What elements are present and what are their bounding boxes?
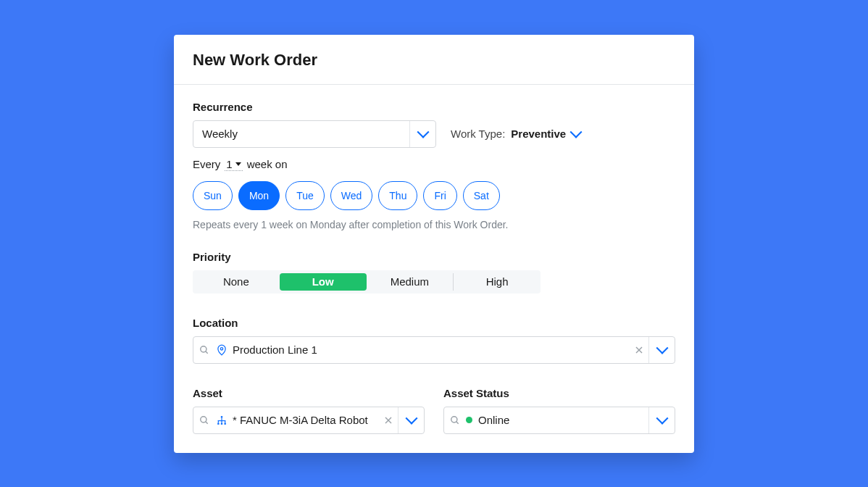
svg-line-1 <box>206 351 208 353</box>
day-mon[interactable]: Mon <box>238 181 280 210</box>
location-lookup[interactable]: Production Line 1 <box>193 336 675 364</box>
search-icon <box>193 345 215 355</box>
chevron-down-icon <box>570 125 583 138</box>
card-header: New Work Order <box>174 35 694 85</box>
svg-point-5 <box>201 416 206 422</box>
priority-medium[interactable]: Medium <box>367 273 454 291</box>
priority-none[interactable]: None <box>193 273 280 291</box>
svg-rect-10 <box>225 423 226 424</box>
asset-col: Asset * FANUC M-3iA Delta Robot <box>193 387 425 434</box>
day-thu[interactable]: Thu <box>378 181 417 210</box>
svg-rect-8 <box>217 423 219 424</box>
recurrence-dropdown-button[interactable] <box>409 121 435 147</box>
priority-high[interactable]: High <box>454 273 541 291</box>
asset-label: Asset <box>193 387 425 399</box>
every-prefix: Every <box>193 158 220 170</box>
location-label: Location <box>193 317 675 329</box>
every-count-value: 1 <box>226 158 232 170</box>
day-fri[interactable]: Fri <box>423 181 456 210</box>
page-title: New Work Order <box>193 51 675 70</box>
location-value: Production Line 1 <box>233 344 630 356</box>
chevron-down-icon <box>656 341 668 354</box>
card-body: Recurrence Weekly Work Type: Preventive … <box>174 85 694 453</box>
search-icon <box>444 415 466 425</box>
work-type-label: Work Type: <box>451 128 505 140</box>
recurrence-select[interactable]: Weekly <box>193 120 436 148</box>
asset-status-value: Online <box>478 414 648 426</box>
recurrence-value: Weekly <box>193 128 409 140</box>
asset-status-col: Asset Status Online <box>443 387 675 434</box>
work-type-value: Preventive <box>511 128 566 140</box>
chevron-down-icon <box>656 412 668 424</box>
every-suffix: week on <box>247 158 288 170</box>
clear-location-button[interactable] <box>630 346 648 354</box>
work-type-inline[interactable]: Work Type: Preventive <box>451 128 580 140</box>
location-pin-icon <box>215 344 228 356</box>
svg-rect-14 <box>221 420 222 423</box>
day-picker: SunMonTueWedThuFriSat <box>193 181 675 210</box>
svg-point-18 <box>451 416 457 422</box>
asset-lookup[interactable]: * FANUC M-3iA Delta Robot <box>193 407 425 434</box>
clear-asset-button[interactable] <box>379 416 398 425</box>
location-dropdown-button[interactable] <box>648 337 675 363</box>
svg-rect-13 <box>218 420 219 423</box>
day-wed[interactable]: Wed <box>330 181 373 210</box>
priority-low[interactable]: Low <box>280 273 367 291</box>
day-sun[interactable]: Sun <box>193 181 233 210</box>
search-icon <box>193 415 215 425</box>
svg-rect-7 <box>221 416 222 417</box>
asset-dropdown-button[interactable] <box>398 407 424 433</box>
asset-status-dropdown-button[interactable] <box>648 407 675 433</box>
day-sat[interactable]: Sat <box>463 181 500 210</box>
recurrence-hint: Repeats every 1 week on Monday after com… <box>193 219 675 230</box>
svg-line-6 <box>206 421 208 423</box>
caret-down-icon <box>235 162 241 166</box>
chevron-down-icon <box>405 412 417 424</box>
chevron-down-icon <box>417 125 429 138</box>
status-online-dot-icon <box>466 417 472 423</box>
day-tue[interactable]: Tue <box>285 181 325 210</box>
recurrence-every-line: Every 1 week on <box>193 158 675 171</box>
asset-row: Asset * FANUC M-3iA Delta Robot <box>193 387 675 434</box>
svg-rect-9 <box>221 423 222 424</box>
priority-label: Priority <box>193 251 675 263</box>
svg-point-2 <box>220 347 222 349</box>
svg-line-19 <box>456 421 459 423</box>
every-count-select[interactable]: 1 <box>225 158 242 171</box>
priority-segmented: NoneLowMediumHigh <box>193 270 541 294</box>
recurrence-row: Weekly Work Type: Preventive <box>193 120 675 148</box>
svg-rect-15 <box>225 420 225 423</box>
new-work-order-card: New Work Order Recurrence Weekly Work Ty… <box>174 35 694 453</box>
recurrence-label: Recurrence <box>193 101 675 113</box>
asset-status-lookup[interactable]: Online <box>443 407 675 434</box>
asset-value: * FANUC M-3iA Delta Robot <box>233 414 379 426</box>
svg-point-0 <box>201 346 206 351</box>
svg-rect-11 <box>221 417 222 420</box>
hierarchy-icon <box>215 415 228 425</box>
asset-status-label: Asset Status <box>443 387 675 399</box>
